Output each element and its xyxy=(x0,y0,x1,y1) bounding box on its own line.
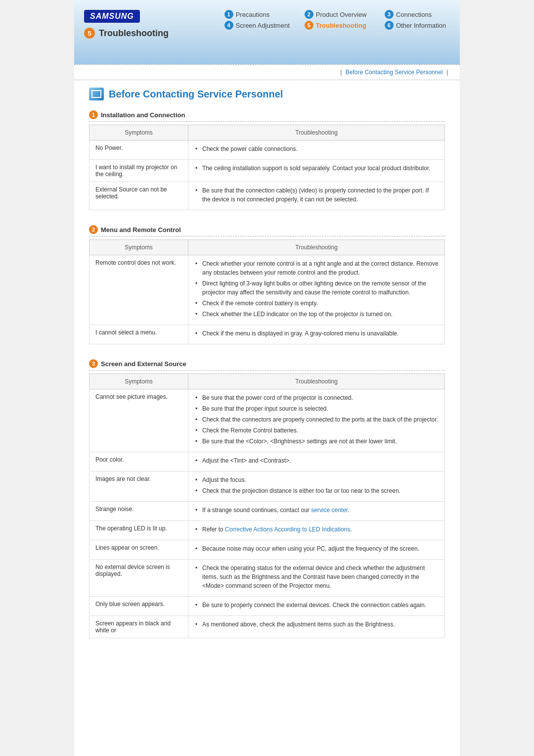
symptom-cell: Poor color. xyxy=(89,452,188,472)
page-heading: Before Contacting Service Personnel xyxy=(89,88,445,100)
service-center-link[interactable]: service center xyxy=(311,507,348,514)
section-num-1: 1 xyxy=(89,110,98,119)
section-title-3: Screen and External Source xyxy=(101,360,186,368)
breadcrumb-sep-right: | xyxy=(446,69,448,76)
section-num-3: 3 xyxy=(89,359,98,368)
bullet-list: Check the operating status for the exter… xyxy=(194,564,439,590)
table-row: Lines appear on screen. Because noise ma… xyxy=(89,540,445,560)
symptom-cell: The operating LED is lit up. xyxy=(89,521,188,540)
active-section-badge: 5 Troubleshooting xyxy=(84,28,169,39)
section-screen-external: 3 Screen and External Source Symptoms Tr… xyxy=(89,359,445,638)
symptom-cell: Remote control does not work. xyxy=(89,255,188,325)
header: SAMSUNG 5 Troubleshooting 1 Precautions … xyxy=(74,0,460,64)
list-item: Because noise may occur when using your … xyxy=(194,544,439,553)
nav-num-4: 4 xyxy=(224,21,233,30)
bullet-list: Be sure that the connection cable(s) (vi… xyxy=(194,186,439,204)
bullet-list: Refer to Corrective Actions According to… xyxy=(194,525,439,534)
section-num-2: 2 xyxy=(89,225,98,234)
bullet-list: Check if the menu is displayed in gray. … xyxy=(194,329,439,338)
section-label-1: 1 Installation and Connection xyxy=(89,110,445,122)
bullet-list: Be sure to properly connect the external… xyxy=(194,601,439,610)
list-item: If a strange sound continues, contact ou… xyxy=(194,506,439,515)
troubleshoot-cell: Adjust the <Tint> and <Contrast>. xyxy=(188,452,445,472)
nav-label-4: Screen Adjustment xyxy=(236,22,290,29)
list-item: Check whether your remote control is at … xyxy=(194,259,439,277)
section-installation: 1 Installation and Connection Symptoms T… xyxy=(89,110,445,210)
section-menu-remote: 2 Menu and Remote Control Symptoms Troub… xyxy=(89,225,445,344)
nav-label-3: Connections xyxy=(396,11,432,18)
list-item: Check the power cable connections. xyxy=(194,144,439,153)
symptom-cell: Lines appear on screen. xyxy=(89,540,188,560)
list-item: Adjust the <Tint> and <Contrast>. xyxy=(194,456,439,465)
list-item: Be sure that the power cord of the proje… xyxy=(194,393,439,402)
section-1-table: Symptoms Troubleshooting No Power. Check… xyxy=(89,125,445,210)
list-item: Check if the remote control battery is e… xyxy=(194,299,439,308)
section-2-table: Symptoms Troubleshooting Remote control … xyxy=(89,239,445,344)
nav-item-product-overview[interactable]: 2 Product Overview xyxy=(305,10,370,19)
section-title-2: Menu and Remote Control xyxy=(101,226,181,234)
nav-label-6: Other Information xyxy=(396,22,446,29)
list-item: Be sure that the proper input source is … xyxy=(194,404,439,413)
section-label-3: 3 Screen and External Source xyxy=(89,359,445,371)
bullet-list: Adjust the focus. Check that the project… xyxy=(194,475,439,495)
col-troubleshooting-3: Troubleshooting xyxy=(188,374,445,389)
list-item: Direct lighting of 3-way light bulbs or … xyxy=(194,279,439,297)
bullet-list: If a strange sound continues, contact ou… xyxy=(194,506,439,515)
symptom-cell: Only blue screen appears. xyxy=(89,597,188,616)
troubleshoot-cell: As mentioned above, check the adjustment… xyxy=(188,616,445,638)
breadcrumb-sep-left: | xyxy=(340,69,342,76)
troubleshoot-cell: Because noise may occur when using your … xyxy=(188,540,445,560)
samsung-logo: SAMSUNG xyxy=(84,10,140,23)
troubleshoot-cell: The ceiling installation support is sold… xyxy=(188,160,445,182)
list-item: Check the Remote Control batteries. xyxy=(194,426,439,435)
list-item: Be sure that the <Color>, <Brightness> s… xyxy=(194,437,439,446)
symptom-cell: No external device screen is displayed. xyxy=(89,560,188,597)
nav-item-connections[interactable]: 3 Connections xyxy=(385,10,450,19)
section-title-1: Installation and Connection xyxy=(101,111,185,119)
symptom-cell: I want to install my projector on the ce… xyxy=(89,160,188,182)
nav-label-5: Troubleshooting xyxy=(316,22,366,29)
symptom-cell: I cannot select a menu. xyxy=(89,325,188,344)
col-symptoms-3: Symptoms xyxy=(89,374,188,389)
table-row: External Source can not be selected. Be … xyxy=(89,182,445,210)
list-item: Check that the projection distance is ei… xyxy=(194,486,439,495)
led-indications-link[interactable]: Corrective Actions According to LED Indi… xyxy=(225,526,350,533)
table-row: Remote control does not work. Check whet… xyxy=(89,255,445,325)
bullet-list: Check the power cable connections. xyxy=(194,144,439,153)
symptom-cell: External Source can not be selected. xyxy=(89,182,188,210)
active-section-num: 5 xyxy=(84,28,95,39)
col-symptoms-2: Symptoms xyxy=(89,240,188,255)
list-item: Check whether the LED indicator on the t… xyxy=(194,310,439,319)
list-item: As mentioned above, check the adjustment… xyxy=(194,620,439,629)
list-item: The ceiling installation support is sold… xyxy=(194,164,439,173)
page-title: Before Contacting Service Personnel xyxy=(109,89,283,100)
col-symptoms-1: Symptoms xyxy=(89,125,188,141)
table-row: No Power. Check the power cable connecti… xyxy=(89,141,445,160)
table-row: No external device screen is displayed. … xyxy=(89,560,445,597)
bullet-list: Be sure that the power cord of the proje… xyxy=(194,393,439,446)
table-row: Cannot see picture images. Be sure that … xyxy=(89,389,445,452)
breadcrumb-bar: | Before Contacting Service Personnel | xyxy=(74,64,460,80)
active-section-title: Troubleshooting xyxy=(99,28,169,39)
nav-item-precautions[interactable]: 1 Precautions xyxy=(224,10,290,19)
list-item: Check the operating status for the exter… xyxy=(194,564,439,590)
troubleshoot-cell: Be sure that the connection cable(s) (vi… xyxy=(188,182,445,210)
breadcrumb-link[interactable]: Before Contacting Service Personnel xyxy=(346,69,443,76)
nav-item-troubleshooting[interactable]: 5 Troubleshooting xyxy=(305,21,370,30)
section-3-table: Symptoms Troubleshooting Cannot see pict… xyxy=(89,374,445,638)
bullet-list: Adjust the <Tint> and <Contrast>. xyxy=(194,456,439,465)
nav-label-2: Product Overview xyxy=(316,11,367,18)
table-row: I want to install my projector on the ce… xyxy=(89,160,445,182)
page-wrapper: SAMSUNG 5 Troubleshooting 1 Precautions … xyxy=(74,0,460,756)
troubleshoot-cell: Adjust the focus. Check that the project… xyxy=(188,472,445,502)
nav-item-other-information[interactable]: 6 Other Information xyxy=(385,21,450,30)
list-item: Adjust the focus. xyxy=(194,475,439,484)
nav-num-1: 1 xyxy=(224,10,233,19)
troubleshoot-cell: Refer to Corrective Actions According to… xyxy=(188,521,445,540)
col-troubleshooting-2: Troubleshooting xyxy=(188,240,445,255)
page-heading-icon xyxy=(89,88,104,100)
nav-num-5: 5 xyxy=(305,21,313,30)
symptom-cell: Images are not clear. xyxy=(89,472,188,502)
nav-item-screen-adjustment[interactable]: 4 Screen Adjustment xyxy=(224,21,290,30)
table-row: The operating LED is lit up. Refer to Co… xyxy=(89,521,445,540)
